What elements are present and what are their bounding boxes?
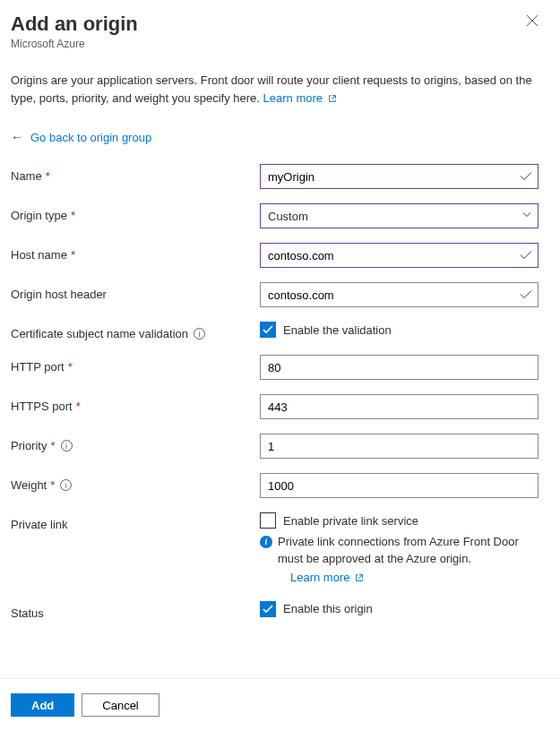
info-icon[interactable]: i [194, 328, 205, 340]
required-indicator: * [46, 169, 50, 183]
private-link-learn-more-link[interactable]: Learn more [290, 571, 364, 584]
intro-learn-more-link[interactable]: Learn more [263, 91, 337, 105]
footer: Add Cancel [0, 678, 560, 731]
host-name-input[interactable] [260, 243, 538, 268]
required-indicator: * [68, 360, 73, 374]
add-button[interactable]: Add [11, 693, 74, 717]
required-indicator: * [76, 400, 81, 413]
back-arrow-icon: ← [11, 130, 23, 144]
cert-validation-label: Certificate subject name validation [11, 327, 188, 340]
cert-validation-checkbox[interactable] [260, 322, 276, 338]
origin-type-value: Custom [268, 210, 308, 223]
checkmark-icon [263, 605, 273, 614]
panel-title: Add an origin [11, 13, 138, 36]
private-link-checkbox-label: Enable private link service [283, 514, 418, 528]
check-icon [520, 172, 532, 181]
status-label: Status [11, 606, 44, 620]
http-port-input[interactable] [260, 355, 538, 380]
host-name-input-field[interactable] [268, 244, 511, 267]
required-indicator: * [50, 478, 55, 492]
origin-type-label: Origin type [11, 209, 67, 222]
panel-subtitle: Microsoft Azure [11, 38, 538, 50]
back-link[interactable]: ← Go back to origin group [11, 130, 538, 144]
info-icon[interactable]: i [61, 440, 73, 452]
chevron-down-icon [521, 210, 532, 220]
info-icon[interactable]: i [60, 479, 72, 491]
close-button[interactable] [526, 13, 538, 32]
origin-host-header-input[interactable] [260, 282, 538, 307]
http-port-label: HTTP port [11, 360, 65, 374]
host-name-label: Host name [11, 248, 67, 262]
info-badge-icon: i [260, 536, 272, 548]
priority-input-field[interactable] [268, 434, 511, 458]
priority-label: Priority [11, 439, 47, 452]
name-input[interactable] [260, 164, 538, 189]
check-icon [520, 290, 532, 299]
learn-more-label: Learn more [263, 91, 323, 105]
back-link-label: Go back to origin group [30, 131, 151, 144]
check-icon [520, 251, 532, 260]
intro-text: Origins are your application servers. Fr… [11, 72, 538, 107]
priority-input[interactable] [260, 434, 538, 459]
name-input-field[interactable] [268, 165, 511, 188]
https-port-input-field[interactable] [268, 395, 511, 418]
external-link-icon [355, 573, 364, 582]
private-link-info-text: Private link connections from Azure Fron… [278, 534, 538, 587]
close-icon [526, 14, 538, 27]
external-link-icon [328, 94, 337, 103]
required-indicator: * [50, 439, 55, 452]
cancel-button[interactable]: Cancel [82, 693, 159, 717]
required-indicator: * [71, 248, 75, 262]
origin-host-header-input-field[interactable] [268, 283, 511, 306]
private-link-checkbox[interactable] [260, 512, 276, 529]
weight-label: Weight [11, 478, 47, 492]
learn-more-label: Learn more [290, 571, 349, 584]
http-port-input-field[interactable] [268, 356, 511, 379]
origin-type-select[interactable]: Custom [260, 203, 538, 228]
status-checkbox[interactable] [260, 601, 276, 617]
origin-host-header-label: Origin host header [11, 288, 107, 301]
status-checkbox-label: Enable this origin [283, 602, 373, 615]
https-port-input[interactable] [260, 394, 538, 419]
https-port-label: HTTPS port [11, 400, 73, 413]
checkmark-icon [263, 325, 273, 334]
weight-input-field[interactable] [268, 474, 511, 497]
name-label: Name [11, 169, 42, 183]
cert-validation-checkbox-label: Enable the validation [283, 323, 392, 337]
required-indicator: * [71, 209, 75, 222]
private-link-info-body: Private link connections from Azure Fron… [278, 535, 519, 565]
weight-input[interactable] [260, 473, 538, 498]
private-link-label: Private link [11, 518, 68, 531]
